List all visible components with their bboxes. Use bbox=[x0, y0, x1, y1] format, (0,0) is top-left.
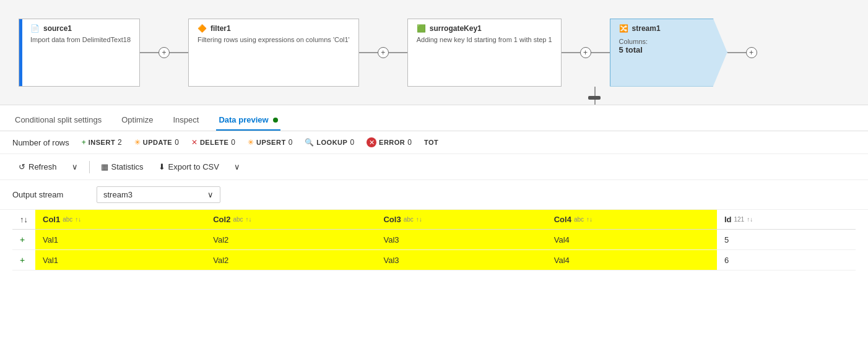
connector-4 bbox=[727, 52, 746, 53]
error-label: ERROR bbox=[379, 139, 405, 146]
col-header-sort: ↑↓ bbox=[12, 210, 35, 230]
update-stat: ✳ UPDATE 0 bbox=[134, 138, 179, 147]
refresh-dropdown-button[interactable]: ∨ bbox=[66, 159, 84, 175]
connector-3 bbox=[562, 52, 580, 53]
insert-label: INSERT bbox=[89, 139, 115, 146]
node-surrogateKey1[interactable]: 🟩 surrogateKey1 Adding new key Id starti… bbox=[407, 19, 562, 87]
col-header-col1[interactable]: Col1 abc ↑↓ bbox=[35, 210, 206, 230]
refresh-chevron-icon: ∨ bbox=[72, 162, 78, 171]
id-type: 121 bbox=[734, 216, 745, 223]
statistics-button[interactable]: ▦ Statistics bbox=[95, 159, 150, 175]
delete-value: 0 bbox=[231, 138, 235, 147]
node-filter1[interactable]: 🔶 filter1 Filtering rows using expressio… bbox=[188, 19, 359, 87]
row2-col1: Val1 bbox=[35, 250, 206, 270]
upsert-label: UPSERT bbox=[256, 139, 286, 146]
connector-1 bbox=[140, 52, 158, 53]
stream-select-value: stream3 bbox=[103, 190, 132, 199]
col2-type: abc bbox=[233, 216, 243, 223]
col4-label: Col4 bbox=[554, 215, 571, 224]
export-button[interactable]: ⬇ Export to CSV bbox=[152, 159, 225, 175]
node-stream1-title: 🔀 stream1 bbox=[619, 24, 708, 33]
add-between-source-filter[interactable]: + bbox=[158, 47, 170, 58]
node-stream1-icon: 🔀 bbox=[619, 24, 628, 33]
upsert-value: 0 bbox=[289, 138, 293, 147]
node-source1-desc: Import data from DelimitedText18 bbox=[30, 35, 131, 45]
delete-stat: ✕ DELETE 0 bbox=[191, 138, 235, 147]
tabs-bar: Conditional split settings Optimize Insp… bbox=[0, 105, 868, 131]
node-surrogate-icon: 🟩 bbox=[417, 24, 426, 33]
row2-action[interactable]: + bbox=[12, 250, 35, 270]
stream-select-chevron: ∨ bbox=[207, 190, 214, 199]
data-table: ↑↓ Col1 abc ↑↓ Col2 abc ↑↓ bbox=[12, 210, 856, 270]
col3-type: abc bbox=[404, 216, 414, 223]
tab-optimize[interactable]: Optimize bbox=[119, 110, 155, 131]
output-stream-select[interactable]: stream3 ∨ bbox=[97, 186, 220, 203]
col2-label: Col2 bbox=[213, 215, 230, 224]
export-dropdown-button[interactable]: ∨ bbox=[228, 159, 246, 175]
col-header-col3[interactable]: Col3 abc ↑↓ bbox=[376, 210, 546, 230]
col3-sort-icon[interactable]: ↑↓ bbox=[416, 216, 422, 223]
pipeline-canvas: 📄 source1 Import data from DelimitedText… bbox=[0, 0, 868, 105]
statistics-icon: ▦ bbox=[101, 162, 108, 171]
row1-col2: Val2 bbox=[206, 230, 376, 250]
node-stream1-col-label: Columns: bbox=[619, 38, 708, 45]
error-value: 0 bbox=[407, 138, 412, 147]
node-filter1-icon: 🔶 bbox=[197, 24, 207, 33]
row1-action[interactable]: + bbox=[12, 230, 35, 250]
refresh-label: Refresh bbox=[28, 162, 57, 171]
number-of-rows-label: Number of rows bbox=[12, 138, 69, 147]
toolbar-divider-1 bbox=[89, 161, 90, 173]
refresh-button[interactable]: ↺ Refresh bbox=[12, 159, 63, 175]
export-chevron-icon: ∨ bbox=[234, 162, 240, 171]
minimize-button[interactable] bbox=[588, 96, 601, 100]
add-after-stream[interactable]: + bbox=[746, 47, 757, 58]
col-header-col4[interactable]: Col4 abc ↑↓ bbox=[547, 210, 717, 230]
row2-col2: Val2 bbox=[206, 250, 376, 270]
col1-type: abc bbox=[63, 216, 72, 223]
node-source1[interactable]: 📄 source1 Import data from DelimitedText… bbox=[19, 19, 140, 87]
node-filter1-desc: Filtering rows using expressions on colu… bbox=[197, 35, 350, 45]
insert-icon: + bbox=[82, 138, 86, 147]
toolbar: ↺ Refresh ∨ ▦ Statistics ⬇ Export to CSV… bbox=[0, 154, 868, 180]
node-surrogate-title: 🟩 surrogateKey1 bbox=[417, 24, 552, 33]
table-header-row: ↑↓ Col1 abc ↑↓ Col2 abc ↑↓ bbox=[12, 210, 856, 230]
lookup-icon: 🔍 bbox=[305, 138, 314, 147]
col1-label: Col1 bbox=[43, 215, 60, 224]
delete-label: DELETE bbox=[200, 139, 228, 146]
col-header-id[interactable]: Id 121 ↑↓ bbox=[717, 210, 856, 230]
node-source1-icon: 📄 bbox=[30, 24, 40, 33]
data-table-container: ↑↓ Col1 abc ↑↓ Col2 abc ↑↓ bbox=[0, 210, 868, 270]
col1-sort-icon[interactable]: ↑↓ bbox=[75, 216, 81, 223]
tab-data-preview[interactable]: Data preview bbox=[216, 110, 280, 131]
node-stream1[interactable]: 🔀 stream1 Columns: 5 total bbox=[610, 19, 727, 87]
id-sort-icon[interactable]: ↑↓ bbox=[747, 216, 753, 223]
col4-type: abc bbox=[574, 216, 584, 223]
update-value: 0 bbox=[175, 138, 179, 147]
error-stat: ✕ ERROR 0 bbox=[367, 137, 412, 147]
col4-sort-icon[interactable]: ↑↓ bbox=[586, 216, 592, 223]
id-label: Id bbox=[724, 215, 732, 224]
delete-icon: ✕ bbox=[191, 138, 197, 147]
node-filter1-title: 🔶 filter1 bbox=[197, 24, 350, 33]
output-stream-label: Output stream bbox=[12, 190, 87, 199]
tab-inspect[interactable]: Inspect bbox=[171, 110, 202, 131]
refresh-icon: ↺ bbox=[19, 162, 25, 171]
upsert-icon: ✳ bbox=[248, 138, 254, 147]
col-header-col2[interactable]: Col2 abc ↑↓ bbox=[206, 210, 376, 230]
node-stream1-col-count: 5 total bbox=[619, 45, 708, 54]
error-icon: ✕ bbox=[367, 137, 376, 147]
connector-2 bbox=[359, 52, 378, 53]
col2-sort-icon[interactable]: ↑↓ bbox=[246, 216, 252, 223]
output-stream-row: Output stream stream3 ∨ bbox=[0, 180, 868, 210]
lookup-value: 0 bbox=[350, 138, 354, 147]
row1-col1: Val1 bbox=[35, 230, 206, 250]
node-source1-title: 📄 source1 bbox=[30, 24, 131, 33]
connector-1b bbox=[170, 52, 188, 53]
row1-id: 5 bbox=[717, 230, 856, 250]
row1-col3: Val3 bbox=[376, 230, 546, 250]
tab-conditional-split[interactable]: Conditional split settings bbox=[12, 110, 104, 131]
add-between-filter-surrogate[interactable]: + bbox=[378, 47, 389, 58]
sort-arrows-icon: ↑↓ bbox=[20, 215, 28, 224]
row1-col4: Val4 bbox=[547, 230, 717, 250]
add-between-surrogate-stream[interactable]: + bbox=[580, 47, 591, 58]
